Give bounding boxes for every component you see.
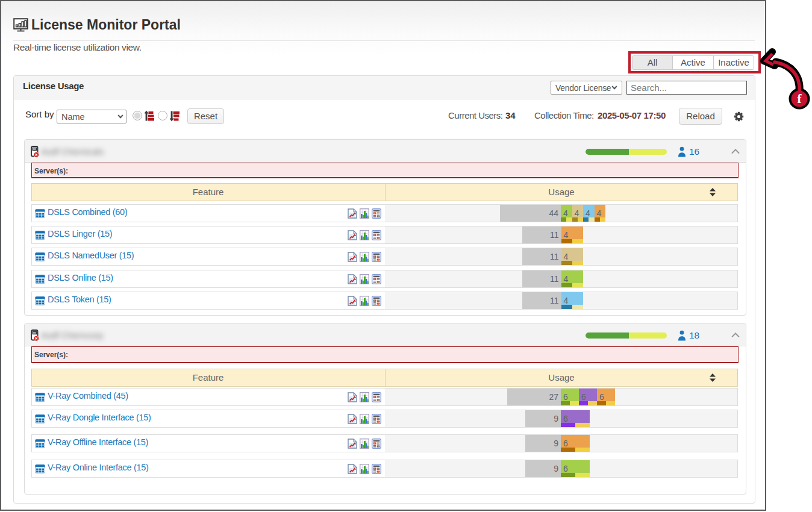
- svg-text:f: f: [798, 92, 802, 106]
